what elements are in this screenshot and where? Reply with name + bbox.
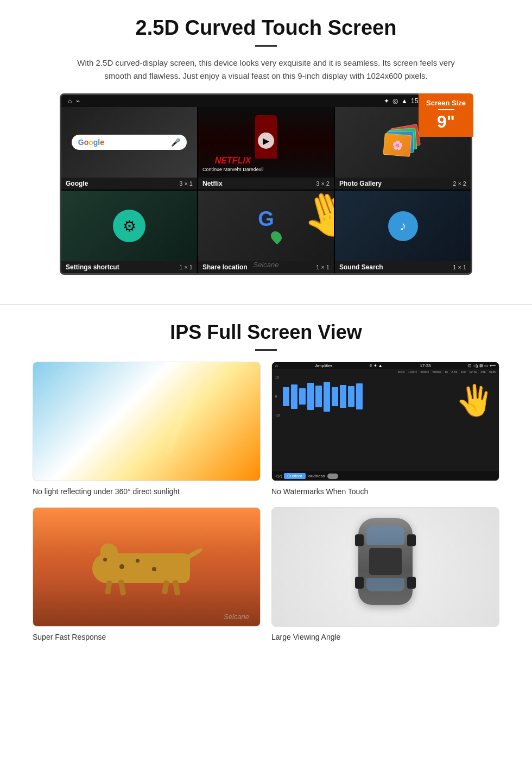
device-wrapper: Screen Size 9" ⌂ ⌁ ✦ ◎ ▲ 15:06 ⊡ ◁) ⊠	[60, 93, 472, 275]
app-cell-google[interactable]: Google 🎤 Google 3 × 1	[61, 107, 197, 190]
settings-gear-icon: ⚙	[113, 210, 145, 242]
loudness-toggle[interactable]	[327, 474, 338, 479]
google-content: Google 🎤	[61, 107, 197, 178]
cheetah-leg-3	[162, 580, 169, 594]
badge-divider	[438, 109, 454, 110]
custom-button[interactable]: Custom	[284, 473, 306, 479]
device-watermark: Seicane	[254, 261, 279, 269]
cheetah-spot-1	[103, 558, 107, 562]
photo-card-4: 🌸	[383, 133, 411, 157]
share-bg: G	[198, 191, 334, 261]
gallery-grid: 2 × 2	[453, 180, 466, 187]
eq-bars-area: 10 0 -10	[272, 375, 499, 418]
netflix-label-bar: Netflix 3 × 2	[198, 178, 334, 190]
wifi-icon: ▲	[401, 97, 408, 105]
amp-hand-icon: 🖐	[456, 383, 493, 418]
feature-sunlight: No light reflecting under 360° direct su…	[33, 362, 261, 496]
share-app-name: Share location	[202, 263, 248, 271]
section-divider	[0, 304, 532, 305]
loudness-label: loudness	[308, 474, 325, 478]
sound-grid: 1 × 1	[453, 264, 466, 270]
car-top-view	[353, 518, 418, 616]
google-search-bar[interactable]: Google 🎤	[72, 135, 187, 150]
title-underline	[255, 45, 277, 47]
netflix-grid: 3 × 2	[316, 180, 330, 187]
car-rear-window	[366, 578, 404, 591]
maps-icon: G	[251, 209, 281, 244]
car-wheel-front-right	[407, 534, 416, 546]
section1-description: With 2.5D curved-display screen, this de…	[76, 56, 456, 83]
car-wheel-rear-right	[407, 577, 416, 589]
sound-app-name: Sound Search	[339, 263, 383, 271]
sunlight-ray	[167, 388, 193, 455]
app-grid: Google 🎤 Google 3 × 1	[61, 107, 471, 273]
google-grid: 3 × 1	[179, 180, 193, 187]
amp-back-icon: ◁◁	[275, 474, 282, 478]
screen-size-badge: Screen Size 9"	[419, 93, 473, 137]
gallery-label-bar: Photo Gallery 2 × 2	[335, 178, 471, 190]
photo-stack: 🌸	[387, 126, 419, 159]
cheetah-shape	[92, 545, 201, 589]
section2-title: IPS Full Screen View	[33, 321, 499, 344]
amp-bg: ⌂ Amplifier ≡ ✦ ▲ 17:33 ⊡ ◁) ⊠ ▭ ⟵ 60hz1…	[272, 362, 499, 481]
car-bg	[272, 508, 499, 626]
google-logo: Google	[78, 138, 104, 147]
gallery-app-name: Photo Gallery	[339, 180, 382, 187]
app-cell-settings[interactable]: ⚙ Settings shortcut 1 × 1	[61, 191, 197, 273]
cheetah-bg: Seicane	[33, 508, 260, 626]
cheetah-watermark: Seicane	[224, 613, 249, 621]
mic-icon: 🎤	[171, 138, 180, 147]
sound-content: ♪	[335, 191, 471, 261]
share-grid: 1 × 1	[316, 264, 330, 270]
section1-title: 2.5D Curved Touch Screen	[33, 16, 499, 40]
cheetah-spot-3	[136, 559, 140, 563]
app-cell-sound[interactable]: ♪ Sound Search 1 × 1	[335, 191, 471, 273]
feature-cheetah: Seicane Super Fast Response	[33, 507, 261, 642]
eq-bar-2	[291, 375, 297, 418]
netflix-content: ▶ NETFLIX Continue Marvel's Daredevil	[198, 107, 334, 178]
cheetah-spot-2	[119, 564, 124, 569]
bluetooth-icon: ✦	[384, 97, 389, 105]
daredevil-bg: ▶ NETFLIX Continue Marvel's Daredevil	[198, 107, 334, 178]
eq-bar-6	[324, 375, 330, 418]
sunlight-label: No light reflecting under 360° direct su…	[33, 487, 180, 496]
car-roof	[369, 548, 402, 575]
eq-bar-9	[348, 375, 354, 418]
amplifier-image: ⌂ Amplifier ≡ ✦ ▲ 17:33 ⊡ ◁) ⊠ ▭ ⟵ 60hz1…	[271, 362, 499, 481]
netflix-play-btn[interactable]: ▶	[258, 133, 274, 149]
eq-bar-3	[299, 375, 306, 418]
amp-icons: ≡ ✦ ▲	[370, 363, 383, 368]
cheetah-label: Super Fast Response	[33, 633, 106, 641]
eq-bar-10	[356, 375, 363, 418]
section-ips: IPS Full Screen View No light reflecting…	[0, 321, 532, 658]
cheetah-image: Seicane	[33, 507, 261, 627]
sound-music-icon: ♪	[388, 211, 418, 241]
amp-status-bar: ⌂ Amplifier ≡ ✦ ▲ 17:33 ⊡ ◁) ⊠ ▭ ⟵	[272, 362, 499, 369]
app-cell-netflix[interactable]: ▶ NETFLIX Continue Marvel's Daredevil Ne…	[198, 107, 334, 190]
car-wheel-front-left	[355, 534, 364, 546]
watermark-label: No Watermarks When Touch	[271, 487, 368, 496]
google-label-bar: Google 3 × 1	[61, 178, 197, 190]
amp-right-icons: ⊡ ◁) ⊠ ▭ ⟵	[468, 363, 496, 368]
car-body	[358, 518, 413, 605]
car-windshield	[366, 526, 404, 545]
cheetah-head	[100, 544, 118, 559]
amp-home-icon: ⌂	[275, 363, 278, 368]
cheetah-leg-4	[173, 579, 181, 595]
eq-bar-8	[340, 375, 346, 418]
eq-bar-7	[332, 375, 338, 418]
share-content: G	[198, 191, 334, 261]
section2-underline	[255, 349, 277, 351]
settings-label-bar: Settings shortcut 1 × 1	[61, 261, 197, 273]
settings-grid: 1 × 1	[179, 264, 193, 270]
status-bar: ⌂ ⌁ ✦ ◎ ▲ 15:06 ⊡ ◁) ⊠ ▭	[61, 95, 471, 107]
settings-content: ⚙	[61, 191, 197, 261]
maps-g-letter: G	[251, 209, 281, 229]
netflix-subtitle: Continue Marvel's Daredevil	[202, 167, 263, 172]
sound-bg: ♪	[335, 191, 471, 261]
car-wheel-rear-left	[355, 577, 364, 589]
cheetah-spot-4	[152, 567, 156, 571]
eq-bar-5	[315, 375, 322, 418]
sound-label-bar: Sound Search 1 × 1	[335, 261, 471, 273]
eq-bar-1	[283, 375, 289, 418]
